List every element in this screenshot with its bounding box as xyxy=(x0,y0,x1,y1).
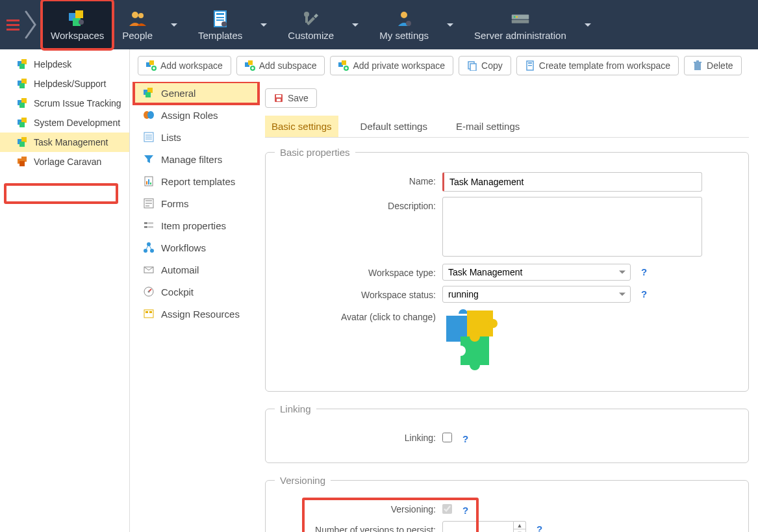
linking-checkbox[interactable] xyxy=(442,433,452,442)
settings-nav-label: Workflows xyxy=(161,242,206,253)
save-icon xyxy=(273,93,284,103)
tree-item-helpdesk[interactable]: Helpdesk xyxy=(0,55,129,74)
svg-rect-50 xyxy=(528,65,532,66)
people-icon xyxy=(128,9,147,29)
svg-point-17 xyxy=(514,16,516,18)
customize-icon xyxy=(301,9,321,29)
tree-label: Vorlage Caravan xyxy=(34,157,101,167)
svg-rect-86 xyxy=(277,99,281,101)
tree-item-sysdev[interactable]: System Development xyxy=(0,113,129,133)
copy-button[interactable]: Copy xyxy=(459,56,511,75)
nav-label: Server administration xyxy=(474,30,566,41)
settings-nav-workflows[interactable]: Workflows xyxy=(134,236,259,259)
svg-rect-36 xyxy=(19,161,25,166)
add-subspace-button[interactable]: Add subspace xyxy=(236,56,325,75)
nav-customize[interactable]: Customize xyxy=(279,0,343,49)
save-button[interactable]: Save xyxy=(265,88,317,108)
tab-basic-settings[interactable]: Basic settings xyxy=(265,116,338,137)
workspace-status-select[interactable]: running xyxy=(442,286,631,303)
svg-point-5 xyxy=(138,13,144,18)
settings-nav-lists[interactable]: Lists xyxy=(134,126,259,148)
svg-rect-12 xyxy=(305,16,308,23)
svg-rect-69 xyxy=(145,203,152,204)
add-workspace-button[interactable]: Add workspace xyxy=(138,56,231,75)
avatar-picker[interactable] xyxy=(442,308,507,373)
svg-rect-73 xyxy=(144,226,147,228)
hamburger-icon[interactable] xyxy=(4,17,22,33)
puzzle-icon xyxy=(17,58,29,70)
svg-rect-29 xyxy=(21,118,27,123)
puzzle-add-icon xyxy=(146,60,157,71)
description-textarea[interactable] xyxy=(442,197,702,257)
tree-item-task-management[interactable]: Task Management xyxy=(0,133,129,152)
tree-item-vorlage[interactable]: Vorlage Caravan xyxy=(0,152,129,171)
chevron-down-icon[interactable] xyxy=(447,23,453,27)
svg-rect-16 xyxy=(512,19,529,23)
svg-point-13 xyxy=(401,12,407,18)
settings-nav-assign-resources[interactable]: Assign Resources xyxy=(134,303,259,325)
spinner-buttons[interactable]: ▲▼ xyxy=(514,521,526,532)
settings-nav-manage-filters[interactable]: Manage filters xyxy=(134,148,259,170)
tab-default-settings[interactable]: Default settings xyxy=(354,116,434,137)
puzzle-add-icon xyxy=(245,60,255,71)
nav-people[interactable]: People xyxy=(113,0,162,49)
chevron-down-icon[interactable] xyxy=(352,23,359,27)
settings-nav-item-properties[interactable]: Item properties xyxy=(134,214,259,236)
settings-content: Save Basic settings Default settings E-m… xyxy=(259,82,758,532)
create-template-button[interactable]: Create template from workspace xyxy=(516,56,679,75)
svg-rect-55 xyxy=(147,88,153,93)
settings-nav-assign-roles[interactable]: Assign Roles xyxy=(134,104,259,126)
nav-templates[interactable]: Templates xyxy=(189,0,251,49)
svg-rect-49 xyxy=(528,62,532,64)
help-icon[interactable]: ? xyxy=(462,433,468,444)
template-icon xyxy=(525,60,535,71)
tab-email-settings[interactable]: E-mail settings xyxy=(449,116,526,137)
fieldset-legend: Basic properties xyxy=(275,147,355,158)
name-input[interactable] xyxy=(442,172,702,192)
settings-nav-automail[interactable]: Automail xyxy=(134,259,259,281)
button-label: Copy xyxy=(481,60,503,71)
nav-server-admin[interactable]: Server administration xyxy=(465,0,575,49)
svg-rect-66 xyxy=(150,183,151,184)
workspace-type-select[interactable]: Task Management xyxy=(442,264,631,281)
svg-point-58 xyxy=(147,111,154,119)
settings-nav-general[interactable]: General xyxy=(134,82,259,104)
help-icon[interactable]: ? xyxy=(641,288,647,299)
svg-rect-74 xyxy=(148,226,153,228)
chevron-down-icon[interactable] xyxy=(260,23,267,27)
fieldset-legend: Linking xyxy=(275,403,316,414)
help-icon[interactable]: ? xyxy=(462,505,468,516)
delete-button[interactable]: Delete xyxy=(684,56,741,75)
templates-icon xyxy=(210,9,230,29)
settings-nav-report-templates[interactable]: Report templates xyxy=(134,170,259,192)
help-icon[interactable]: ? xyxy=(641,266,647,277)
svg-point-91 xyxy=(470,360,480,370)
settings-nav-label: General xyxy=(161,88,196,99)
chevron-down-icon[interactable] xyxy=(171,23,177,27)
puzzle-icon xyxy=(17,136,29,148)
help-icon[interactable]: ? xyxy=(537,524,542,533)
puzzle-icon xyxy=(17,117,29,129)
button-label: Save xyxy=(288,93,309,103)
svg-rect-9 xyxy=(216,19,224,21)
report-icon xyxy=(143,175,155,187)
versions-persist-input[interactable] xyxy=(442,521,514,532)
settings-nav-cockpit[interactable]: Cockpit xyxy=(134,281,259,303)
button-label: Add subspace xyxy=(259,60,317,71)
tree-item-helpdesk-support[interactable]: Helpdesk/Support xyxy=(0,74,129,94)
svg-rect-83 xyxy=(149,311,152,313)
svg-point-80 xyxy=(148,291,150,293)
nav-workspaces[interactable]: Workspaces xyxy=(42,0,113,49)
settings-nav-forms[interactable]: Forms xyxy=(134,192,259,214)
tree-item-scrum[interactable]: Scrum Issue Tracking xyxy=(0,94,129,113)
chevron-down-icon[interactable] xyxy=(585,23,591,27)
svg-rect-64 xyxy=(146,181,147,184)
svg-rect-82 xyxy=(145,311,148,313)
workspaces-icon xyxy=(68,9,87,29)
versioning-checkbox[interactable] xyxy=(442,504,452,514)
add-private-workspace-button[interactable]: Add private workspace xyxy=(330,56,453,75)
nav-my-settings[interactable]: My settings xyxy=(370,0,438,49)
svg-rect-72 xyxy=(148,222,153,224)
svg-rect-7 xyxy=(216,13,224,15)
name-label: Name: xyxy=(275,172,436,186)
